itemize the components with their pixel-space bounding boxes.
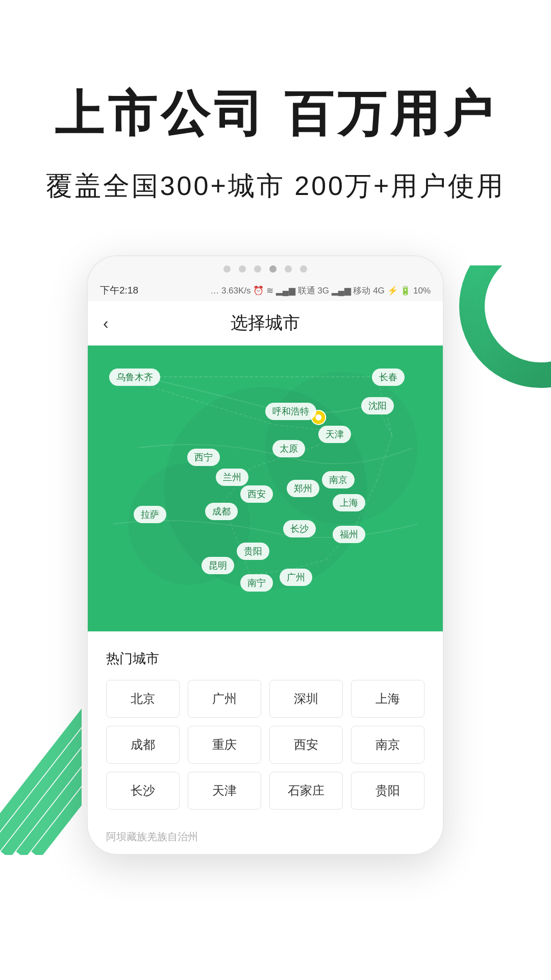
city-label-taiyuan[interactable]: 太原	[272, 440, 305, 457]
hot-cities-title: 热门城市	[106, 650, 424, 668]
city-label-changsha[interactable]: 长沙	[283, 520, 316, 537]
city-label-xian[interactable]: 西安	[240, 485, 273, 503]
phone-dot-5	[300, 265, 307, 273]
nav-bar: ‹ 选择城市	[88, 301, 443, 346]
deco-circle	[449, 265, 551, 398]
nav-title: 选择城市	[129, 311, 402, 335]
city-label-zhengzhou[interactable]: 郑州	[287, 480, 319, 497]
city-label-urumqi[interactable]: 乌鲁木齐	[109, 369, 160, 386]
city-label-fuzhou[interactable]: 福州	[333, 526, 365, 543]
sub-title: 覆盖全国300+城市 200万+用户使用	[41, 168, 510, 204]
city-label-shenyang[interactable]: 沈阳	[361, 397, 394, 414]
city-btn-guiyang[interactable]: 贵阳	[351, 772, 424, 810]
city-label-xining[interactable]: 西宁	[187, 449, 220, 466]
city-label-lanzhou[interactable]: 兰州	[216, 469, 248, 486]
city-btn-tianjin[interactable]: 天津	[188, 772, 261, 810]
status-network: … 3.63K/s ⏰ ≋ ▂▄▆ 联通 3G ▂▄▆ 移动 4G ⚡ 🔋 10…	[210, 285, 431, 297]
city-label-nanning[interactable]: 南宁	[240, 574, 273, 592]
top-section: 上市公司 百万用户 覆盖全国300+城市 200万+用户使用	[0, 0, 551, 235]
deco-stripes	[0, 702, 82, 855]
phone-dots	[103, 265, 428, 280]
city-btn-beijing[interactable]: 北京	[106, 680, 180, 718]
city-btn-xian[interactable]: 西安	[269, 726, 343, 764]
city-label-guiyang[interactable]: 贵阳	[237, 543, 269, 560]
city-btn-chengdu[interactable]: 成都	[106, 726, 180, 764]
phone-frame: 下午2:18 … 3.63K/s ⏰ ≋ ▂▄▆ 联通 3G ▂▄▆ 移动 4G…	[87, 255, 444, 855]
city-label-changchun[interactable]: 长春	[372, 369, 405, 386]
city-label-guangzhou[interactable]: 广州	[280, 569, 312, 586]
city-btn-shijiazhuang[interactable]: 石家庄	[269, 772, 343, 810]
city-label-shanghai[interactable]: 上海	[333, 494, 365, 511]
status-bar: 下午2:18 … 3.63K/s ⏰ ≋ ▂▄▆ 联通 3G ▂▄▆ 移动 4G…	[88, 280, 443, 301]
city-label-nanjing[interactable]: 南京	[322, 471, 355, 488]
city-btn-chongqing[interactable]: 重庆	[188, 726, 261, 764]
city-grid: 北京 广州 深圳 上海 成都 重庆 西安 南京 长沙 天津 石家庄 贵阳	[106, 680, 424, 810]
phone-area: 下午2:18 … 3.63K/s ⏰ ≋ ▂▄▆ 联通 3G ▂▄▆ 移动 4G…	[0, 235, 551, 855]
city-label-tianjin[interactable]: 天津	[318, 426, 351, 443]
city-btn-guangzhou[interactable]: 广州	[188, 680, 261, 718]
phone-dot-1	[223, 265, 231, 273]
map-container[interactable]: 乌鲁木齐 长春 沈阳 呼和浩特 天津 太原 西宁 兰州 西安 郑州 南京 上海 …	[88, 346, 443, 631]
city-btn-nanjing[interactable]: 南京	[351, 726, 424, 764]
phone-top	[88, 256, 443, 280]
svg-point-22	[315, 414, 321, 421]
city-label-lhasa[interactable]: 拉萨	[134, 506, 166, 523]
city-btn-shanghai[interactable]: 上海	[351, 680, 424, 718]
city-btn-shenzhen[interactable]: 深圳	[269, 680, 343, 718]
city-label-chengdu[interactable]: 成都	[205, 503, 238, 520]
city-btn-changsha[interactable]: 长沙	[106, 772, 180, 810]
phone-camera-dot	[269, 265, 277, 273]
city-label-huhehaote[interactable]: 呼和浩特	[265, 403, 316, 420]
status-time: 下午2:18	[100, 284, 138, 297]
back-button[interactable]: ‹	[103, 314, 129, 333]
city-label-kunming[interactable]: 昆明	[202, 557, 234, 574]
phone-dot-3	[254, 265, 261, 273]
bottom-text: 阿坝藏族羌族自治州	[88, 825, 443, 854]
hot-cities-section: 热门城市 北京 广州 深圳 上海 成都 重庆 西安 南京 长沙 天津 石家庄 贵…	[88, 631, 443, 825]
phone-dot-4	[285, 265, 292, 273]
phone-dot-2	[239, 265, 246, 273]
main-title: 上市公司 百万用户	[41, 82, 510, 148]
